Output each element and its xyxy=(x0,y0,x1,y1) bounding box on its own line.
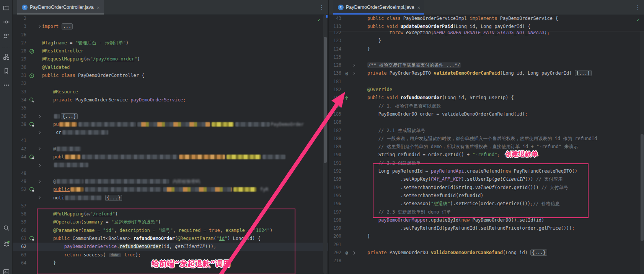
fold-chevron-icon[interactable] xyxy=(351,61,356,69)
bookmarks-icon[interactable] xyxy=(2,67,10,75)
code-line[interactable]: 185 PayDemoOrderDO order = validateDemoO… xyxy=(329,110,644,118)
tab-paydemoordercontroller[interactable]: C PayDemoOrderController.java × xyxy=(17,0,104,15)
code-line[interactable]: 198 payDemoOrderMapper.updateById(new Pa… xyxy=(329,216,644,224)
code-line[interactable]: 189 // 这里我们是个简单的 demo，所以没有售后维权表，直接使用订单 i… xyxy=(329,143,644,151)
code-editor[interactable]: 122 throw exception(DEMO_ORDER_UPDATE_PA… xyxy=(329,31,644,274)
code-line[interactable]: 57 xyxy=(13,202,328,210)
code-line[interactable]: 30@Validated xyxy=(13,64,328,72)
code-line[interactable]: 196 .setReason("想退钱").setPrice(order.get… xyxy=(329,200,644,208)
fold-chevron-icon[interactable] xyxy=(36,161,42,169)
code-line[interactable]: 188 // 一般来说，用户发起退款的时候，都会单独插入一个售后维权表，然后使用… xyxy=(329,135,644,143)
commit-icon[interactable] xyxy=(2,18,10,26)
code-line[interactable]: 124 } xyxy=(329,45,644,53)
code-line[interactable]: 64 } xyxy=(13,259,328,267)
code-line[interactable]: 187 // 2.1 生成退款单号 xyxy=(329,127,644,135)
code-line[interactable]: 197 // 2.3 更新退款单到 demo 订单 xyxy=(329,208,644,216)
at-gutter-icon[interactable]: @ xyxy=(343,69,351,77)
code-line[interactable]: 184 // 1. 校验订单是否可以退款 xyxy=(329,102,644,110)
code-line[interactable]: 3import ... xyxy=(13,23,328,31)
code-line[interactable]: 52 public fyR xyxy=(13,186,328,194)
code-line[interactable]: 200 } xyxy=(329,232,644,240)
at-gutter-icon[interactable]: @ xyxy=(343,249,351,257)
code-line[interactable]: 27@Tag(name = "管理后台 - 示例订单") xyxy=(13,39,328,47)
fold-chevron-icon[interactable] xyxy=(36,145,42,153)
code-line[interactable]: 41 xyxy=(13,137,328,145)
structure-icon[interactable] xyxy=(2,52,10,61)
code-line[interactable]: 38 puPayDemoOrder xyxy=(13,121,328,129)
code-line[interactable]: 32 xyxy=(13,80,328,88)
fold-chevron-icon[interactable] xyxy=(36,129,42,137)
override-gutter-icon[interactable] xyxy=(343,94,351,102)
code-line[interactable]: 58 @PutMapping(⊕∨"/refund") xyxy=(13,210,328,218)
code-line[interactable]: 63 return success( data: true); xyxy=(13,251,328,259)
code-line[interactable]: 31public class PayDemoOrderController { xyxy=(13,72,328,80)
endpoint-gutter-icon[interactable] xyxy=(28,235,36,243)
code-line[interactable] xyxy=(13,161,328,169)
fold-chevron-icon[interactable] xyxy=(36,23,42,31)
code-line[interactable]: 181 xyxy=(329,78,644,86)
code-line[interactable]: 26 xyxy=(13,31,328,39)
code-line[interactable]: 113 public void updateDemoOrderPaid(Long… xyxy=(329,23,644,31)
endpoint-gutter-icon[interactable] xyxy=(28,121,36,129)
scrollbar-track[interactable] xyxy=(640,15,644,274)
code-line[interactable]: 194 .setMerchantOrderId(String.valueOf(o… xyxy=(329,184,644,192)
endpoint-gutter-icon[interactable] xyxy=(28,153,36,161)
endpoint-gutter-icon[interactable] xyxy=(28,186,36,194)
code-line[interactable]: 42 @ xyxy=(13,145,328,153)
code-line[interactable]: 36 {...} xyxy=(13,113,328,121)
code-line[interactable]: 186 xyxy=(329,118,644,126)
terminal-icon[interactable] xyxy=(2,268,11,274)
close-icon[interactable]: × xyxy=(97,5,100,10)
code-line[interactable]: 2 xyxy=(13,15,328,23)
code-line[interactable]: 29@RequestMapping(⊕∨"/pay/demo-order") xyxy=(13,55,328,63)
code-line[interactable]: 190 String refundId = order.getId() + "-… xyxy=(329,151,644,159)
fold-chevron-icon[interactable] xyxy=(351,249,356,257)
more-icon[interactable]: ⋮ xyxy=(319,4,324,10)
code-line[interactable]: 183 public void refundDemoOrder(Long id,… xyxy=(329,94,644,102)
bean-gutter-icon[interactable] xyxy=(28,72,36,80)
code-line[interactable]: 125 xyxy=(329,53,644,61)
code-line[interactable]: 44 publ xyxy=(13,153,328,161)
code-line[interactable]: 193 .setAppKey(PAY_APP_KEY).setUserIp(ge… xyxy=(329,175,644,183)
code-line[interactable]: 199 .setPayRefundId(payRefundId).setRefu… xyxy=(329,224,644,232)
fold-chevron-icon[interactable] xyxy=(36,178,42,186)
code-line[interactable]: 62 payDemoOrderService.refundDemoOrder(i… xyxy=(13,243,328,251)
code-line[interactable]: 61 public CommonResult<Boolean> refundDe… xyxy=(13,235,328,243)
debug-icon[interactable] xyxy=(2,240,11,248)
code-line[interactable]: noti {...} xyxy=(13,194,328,202)
code-line[interactable]: 59 @Operation(summary = "发起示例订单的退款") xyxy=(13,218,328,226)
code-line[interactable]: 195 .setMerchantRefundId(refundId) xyxy=(329,192,644,200)
scrollbar-thumb[interactable] xyxy=(641,134,644,241)
code-line[interactable]: 28@RestController xyxy=(13,47,328,55)
code-line[interactable]: 192 Long payRefundId = payRefundApi.crea… xyxy=(329,167,644,175)
pull-requests-icon[interactable]: ? xyxy=(2,32,10,40)
scrollbar-track[interactable] xyxy=(323,15,327,274)
code-line[interactable]: 191 // 2.2 创建退款单 xyxy=(329,159,644,167)
code-line[interactable]: 136@ private PayOrderRespDTO validateDem… xyxy=(329,69,644,77)
code-line[interactable]: 123 } xyxy=(329,37,644,45)
tab-paydemoorderserviceimpl[interactable]: C PayDemoOrderServiceImpl.java × xyxy=(333,0,424,15)
project-icon[interactable] xyxy=(2,3,10,12)
code-line[interactable]: 201 xyxy=(329,241,644,249)
bean-check-gutter-icon[interactable] xyxy=(28,47,36,55)
autowire-gutter-icon[interactable] xyxy=(28,96,36,104)
inspections-check-icon[interactable]: ✓ xyxy=(637,17,640,23)
code-line[interactable]: 48 xyxy=(13,170,328,178)
fold-chevron-icon[interactable] xyxy=(351,69,356,77)
inspections-check-icon[interactable]: ✓ xyxy=(318,17,321,23)
code-line[interactable]: cr xyxy=(13,129,328,137)
code-line[interactable]: 218 xyxy=(329,257,644,265)
code-line[interactable]: 60 @Parameter(name = "id", description =… xyxy=(13,227,328,235)
scrollbar-thumb[interactable] xyxy=(324,37,327,163)
code-line[interactable]: 33 @Resource xyxy=(13,88,328,96)
code-line[interactable]: 49 @ 内部校验密码 xyxy=(13,178,328,186)
more-icon[interactable] xyxy=(2,81,10,89)
more-icon[interactable]: ⋮ xyxy=(635,4,641,10)
code-line[interactable]: 34 private PayDemoOrderService payDemoOr… xyxy=(13,96,328,104)
code-line[interactable]: 35 xyxy=(13,104,328,112)
fold-chevron-icon[interactable] xyxy=(36,194,42,202)
code-editor[interactable]: 23import ...2627@Tag(name = "管理后台 - 示例订单… xyxy=(13,15,328,274)
search-icon[interactable] xyxy=(2,223,11,232)
code-line[interactable]: 43 public class PayDemoOrderServiceImpl … xyxy=(329,15,644,23)
code-line[interactable]: 122 throw exception(DEMO_ORDER_UPDATE_PA… xyxy=(329,31,644,37)
